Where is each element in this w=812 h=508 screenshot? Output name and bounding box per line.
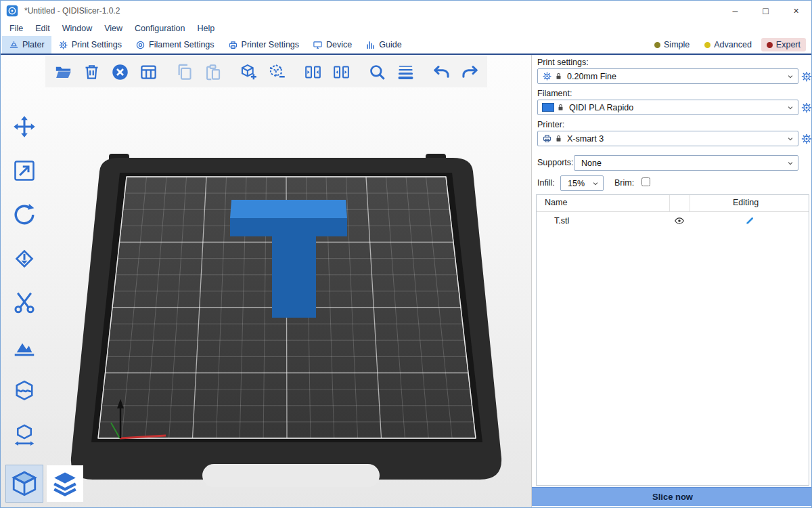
split-to-objects-button[interactable] <box>299 58 326 85</box>
chevron-down-icon <box>786 134 795 144</box>
cut-tool-button[interactable] <box>6 288 43 318</box>
printer-value: X-smart 3 <box>567 134 786 144</box>
seam-painting-tool-button[interactable] <box>6 376 43 406</box>
undo-button[interactable] <box>428 58 455 85</box>
minimize-button[interactable]: – <box>720 1 750 21</box>
gear-icon <box>800 70 812 83</box>
tab-guide[interactable]: Guide <box>359 36 408 54</box>
split-parts-icon <box>332 63 351 81</box>
layer-height-icon <box>397 63 415 81</box>
app-logo-icon <box>6 5 18 17</box>
print-settings-icon <box>58 40 68 50</box>
supports-select[interactable]: None <box>574 155 798 171</box>
search-icon <box>368 63 386 81</box>
place-on-face-icon <box>12 247 37 271</box>
column-editing: Editing <box>733 198 759 207</box>
column-divider <box>690 195 690 211</box>
tab-plater-label: Plater <box>22 40 45 49</box>
plater-icon <box>9 40 19 50</box>
edit-object-icon[interactable] <box>745 215 755 226</box>
3d-editor-view-button[interactable] <box>6 465 43 502</box>
print-settings-select[interactable]: 0.20mm Fine <box>537 68 798 84</box>
print-settings-gear-button[interactable] <box>800 70 812 83</box>
mode-expert[interactable]: Expert <box>761 38 806 51</box>
printer-label: Printer: <box>537 120 564 129</box>
menu-edit[interactable]: Edit <box>29 24 56 33</box>
object-list-header: Name Editing <box>537 195 809 212</box>
tab-printer-settings[interactable]: Printer Settings <box>221 36 306 54</box>
printer-select[interactable]: X-smart 3 <box>537 131 798 146</box>
delete-all-button[interactable] <box>106 58 133 85</box>
tab-print-settings-label: Print Settings <box>72 40 122 49</box>
brim-checkbox[interactable] <box>641 177 650 186</box>
device-icon <box>313 40 323 50</box>
visibility-eye-icon[interactable] <box>674 215 685 226</box>
filament-gear-button[interactable] <box>800 102 812 114</box>
add-instance-button[interactable] <box>235 58 262 85</box>
filament-settings-icon <box>135 40 145 50</box>
sidebar: Print settings: 0.20mm Fine Filament: QI… <box>531 55 812 508</box>
place-on-face-tool-button[interactable] <box>6 244 43 274</box>
tab-filament-settings[interactable]: Filament Settings <box>129 36 221 54</box>
menu-configuration[interactable]: Configuration <box>129 24 191 33</box>
infill-select[interactable]: 15% <box>560 175 604 191</box>
copy-button[interactable] <box>171 58 198 85</box>
remove-instance-button[interactable] <box>263 58 290 85</box>
chevron-down-icon <box>786 158 795 168</box>
mode-switcher: Simple Advanced Expert <box>649 36 811 54</box>
mode-simple[interactable]: Simple <box>649 38 695 51</box>
print-settings-value: 0.20mm Fine <box>567 72 786 81</box>
3d-scene-canvas[interactable] <box>1 55 531 508</box>
close-button[interactable]: × <box>781 1 811 21</box>
folder-open-icon <box>54 63 72 81</box>
scale-icon <box>12 158 37 183</box>
advanced-mode-dot-icon <box>704 42 710 48</box>
open-button[interactable] <box>49 58 76 85</box>
bed-handle-notch <box>202 464 380 487</box>
paste-button[interactable] <box>199 58 226 85</box>
mode-advanced-label: Advanced <box>714 40 752 49</box>
tab-device[interactable]: Device <box>306 36 359 54</box>
printer-icon <box>542 133 552 144</box>
arrange-button[interactable] <box>135 58 162 85</box>
circle-x-icon <box>111 63 129 81</box>
menu-file[interactable]: File <box>3 24 29 33</box>
maximize-button[interactable]: □ <box>750 1 781 21</box>
rotate-tool-button[interactable] <box>6 200 43 230</box>
move-tool-button[interactable] <box>6 112 43 142</box>
mode-advanced[interactable]: Advanced <box>699 38 757 51</box>
split-to-parts-button[interactable] <box>328 58 355 85</box>
cube-3d-icon <box>10 469 39 498</box>
redo-button[interactable] <box>456 58 483 85</box>
gear-icon <box>542 71 552 81</box>
scale-tool-button[interactable] <box>6 156 43 186</box>
preview-view-button[interactable] <box>47 465 83 502</box>
tab-plater[interactable]: Plater <box>2 36 51 54</box>
view-toggles <box>6 465 83 502</box>
split-objects-icon <box>304 63 322 81</box>
guide-icon <box>365 40 376 50</box>
scissors-icon <box>12 291 37 315</box>
model-stem-front-face <box>272 236 316 318</box>
move-icon <box>12 114 37 139</box>
variable-layer-height-button[interactable] <box>392 58 419 85</box>
object-row-t-stl[interactable]: T.stl <box>537 212 809 230</box>
measure-tool-button[interactable] <box>6 420 43 450</box>
menu-view[interactable]: View <box>98 24 129 33</box>
search-button[interactable] <box>363 58 390 85</box>
3d-viewport[interactable] <box>1 55 531 508</box>
slice-now-button[interactable]: Slice now <box>532 487 812 506</box>
filament-select[interactable]: QIDI PLA Rapido <box>537 100 798 115</box>
redo-arrow-icon <box>461 63 479 81</box>
column-divider <box>669 195 670 211</box>
toolbar-left <box>6 112 43 450</box>
object-list: Name Editing T.stl <box>536 194 809 486</box>
toolbar-top <box>45 56 487 87</box>
menu-window[interactable]: Window <box>56 24 98 33</box>
tab-print-settings[interactable]: Print Settings <box>51 36 129 54</box>
menu-help[interactable]: Help <box>191 24 221 33</box>
delete-button[interactable] <box>78 58 105 85</box>
arrange-grid-icon <box>139 63 158 81</box>
paint-supports-tool-button[interactable] <box>6 332 43 362</box>
printer-gear-button[interactable] <box>800 133 812 145</box>
